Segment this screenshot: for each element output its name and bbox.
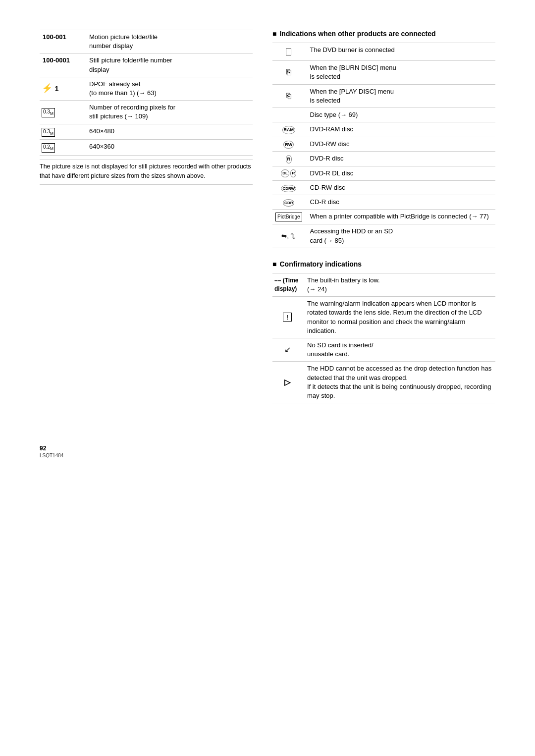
play-disc-icon: ⎗ [272,84,305,108]
row-desc: Disc type (→ 69) [305,108,495,122]
section-connected: Indications when other products are conn… [272,30,495,248]
table-row: 0.2M 640×360 [40,140,253,156]
left-column: 100-001 Motion picture folder/filenumber… [40,30,253,185]
row-desc: Number of recording pixels forstill pict… [84,101,253,124]
page-content: 100-001 Motion picture folder/filenumber… [40,30,495,415]
table-row: ⚡ 1 DPOF already set(to more than 1) (→ … [40,77,253,100]
row-desc: The DVD burner is connected [305,43,495,61]
table-row: ⇋, ⇅ Accessing the HDD or an SDcard (→ 8… [272,224,495,248]
table-row: ⎗ When the [PLAY DISC] menuis selected [272,84,495,108]
dvd-r-dl-icon: DL R [272,166,305,180]
table-row: CDR CD-R disc [272,195,495,210]
row-desc: DPOF already set(to more than 1) (→ 63) [84,77,253,100]
row-desc: Still picture folder/file numberdisplay [84,54,253,77]
pixel-03m-icon: 0.3M [40,124,84,140]
table-row: 0.3M Number of recording pixels forstill… [40,101,253,124]
table-row: 100-001 Motion picture folder/filenumber… [40,30,253,54]
dvd-ram-icon: RAM [272,122,305,137]
pictbridge-icon: PictBridge [272,210,305,224]
row-desc: When a printer compatible with PictBridg… [305,210,495,224]
row-desc: When the [PLAY DISC] menuis selected [305,84,495,108]
table-row: R DVD-R disc [272,152,495,166]
table-row: CDRW CD-RW disc [272,181,495,195]
page-footer: 92 LSQT1484 [40,445,495,459]
page-number: 92 [40,445,46,452]
table-row: RAM DVD-RAM disc [272,122,495,137]
table-row: ▷ The HDD cannot be accessed as the drop… [272,362,495,403]
table-row: ⎘ When the [BURN DISC] menuis selected [272,61,495,84]
section1-table: ⎕ The DVD burner is connected ⎘ When the… [272,43,495,248]
row-desc: CD-R disc [305,195,495,210]
warning-icon: ! [272,297,302,338]
table-row: Disc type (→ 69) [272,108,495,122]
row-desc: The HDD cannot be accessed as the drop d… [302,362,495,403]
row-desc: 640×480 [84,124,253,140]
table-row: 100-0001 Still picture folder/file numbe… [40,54,253,77]
table-row: RW DVD-RW disc [272,137,495,152]
row-desc: DVD-R DL disc [305,166,495,180]
row-desc: Motion picture folder/filenumber display [84,30,253,54]
no-sd-icon: ↙ [272,338,302,361]
dvd-r-icon: R [272,152,305,166]
row-label: 100-001 [40,30,84,54]
hdd-drop-icon: ▷ [272,362,302,403]
dpof-icon: ⚡ 1 [40,77,84,100]
row-desc: Accessing the HDD or an SDcard (→ 85) [305,224,495,248]
section2-table: –– (Timedisplay) The built-in battery is… [272,273,495,403]
page-code: LSQT1484 [40,453,63,458]
row-desc: No SD card is inserted/unusable card. [302,338,495,361]
time-display-icon: –– (Timedisplay) [272,273,302,296]
table-row: ↙ No SD card is inserted/unusable card. [272,338,495,361]
section1-title: Indications when other products are conn… [272,30,495,38]
row-desc: DVD-RAM disc [305,122,495,137]
dvd-connected-icon: ⎕ [272,43,305,61]
row-label: 100-0001 [40,54,84,77]
dvd-rw-icon: RW [272,137,305,152]
table-row: ! The warning/alarm indication appears w… [272,297,495,338]
pixel-label-icon: 0.3M [40,101,84,124]
table-row: DL R DVD-R DL disc [272,166,495,180]
hdd-sd-icon: ⇋, ⇅ [272,224,305,248]
section-confirmatory: Confirmatory indications –– (Timedisplay… [272,260,495,403]
row-desc: The warning/alarm indication appears whe… [302,297,495,338]
cd-rw-icon: CDRW [272,181,305,195]
burn-disc-icon: ⎘ [272,61,305,84]
row-desc: DVD-RW disc [305,137,495,152]
table-row: ⎕ The DVD burner is connected [272,43,495,61]
row-desc: CD-RW disc [305,181,495,195]
disc-type-spacer [272,108,305,122]
table-row: PictBridge When a printer compatible wit… [272,210,495,224]
note-text: The picture size is not displayed for st… [40,160,253,185]
row-desc: The built-in battery is low.(→ 24) [302,273,495,296]
section2-title: Confirmatory indications [272,260,495,268]
table-row: 0.3M 640×480 [40,124,253,140]
row-desc: DVD-R disc [305,152,495,166]
left-table: 100-001 Motion picture folder/filenumber… [40,30,253,156]
table-row: –– (Timedisplay) The built-in battery is… [272,273,495,296]
row-desc: When the [BURN DISC] menuis selected [305,61,495,84]
cd-r-icon: CDR [272,195,305,210]
pixel-02m-icon: 0.2M [40,140,84,156]
row-desc: 640×360 [84,140,253,156]
right-column: Indications when other products are conn… [272,30,495,415]
